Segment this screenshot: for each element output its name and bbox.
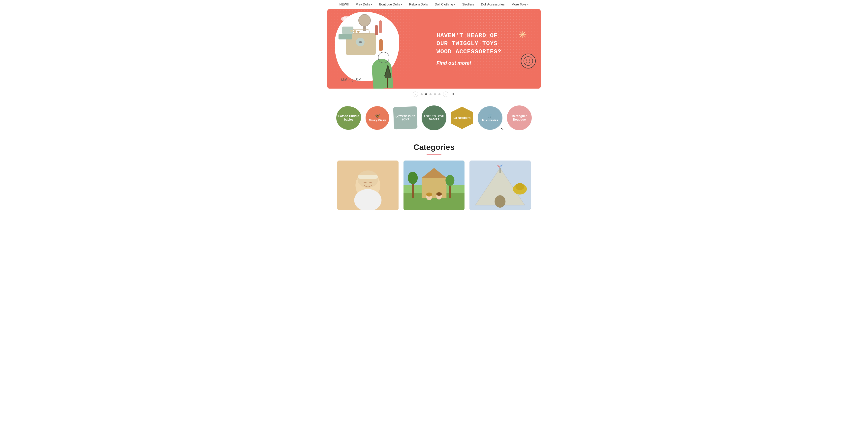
brand-lots-love[interactable]: LOTS TO LOVE BABIES: [422, 105, 446, 130]
categories-title: Categories: [0, 143, 868, 152]
svg-point-25: [436, 192, 442, 196]
category-image-outdoor[interactable]: [403, 160, 465, 210]
hero-banner: JC Make-up Set ✳ HAVEN'T HEARD: [328, 9, 540, 97]
carousel-pause[interactable]: ⏸: [451, 92, 455, 96]
banner-right-content: ✳ HAVEN'T HEARD OFOUR TWIGGLY TOYSWOOD A…: [434, 24, 540, 73]
tree-icon: [383, 63, 393, 88]
carousel-dot-4[interactable]: [434, 93, 436, 95]
svg-point-5: [529, 60, 530, 61]
nav-new[interactable]: NEW!!: [340, 2, 349, 6]
svg-point-24: [426, 192, 432, 196]
brand-lots-cuddle[interactable]: Lots to Cuddle babies: [336, 106, 361, 130]
svg-point-19: [408, 172, 417, 184]
svg-rect-16: [422, 178, 446, 198]
carousel-next[interactable]: ›: [443, 92, 448, 97]
svg-point-4: [526, 60, 527, 61]
category-image-playhouse[interactable]: [469, 160, 531, 210]
smiley-decoration: [521, 54, 536, 68]
svg-rect-11: [358, 175, 378, 179]
nav-doll-accessories[interactable]: Doll Accessories: [481, 2, 504, 6]
chevron-down-icon: ▾: [454, 3, 455, 6]
carousel-controls: ‹ › ⏸: [328, 92, 540, 97]
categories-underline: [427, 154, 441, 155]
makeup-label: Make-up Set: [341, 78, 361, 82]
nav-boutique-dolls[interactable]: Boutique Dolls ▾: [379, 2, 402, 6]
svg-point-3: [524, 57, 533, 65]
svg-point-7: [529, 59, 530, 60]
svg-point-21: [445, 175, 454, 186]
carousel-dot-3[interactable]: [430, 93, 432, 95]
nav-more-toys[interactable]: More Toys ▾: [512, 2, 529, 6]
nav-strollers[interactable]: Strollers: [462, 2, 474, 6]
svg-point-29: [495, 195, 506, 208]
chevron-down-icon: ▾: [401, 3, 402, 6]
svg-point-31: [516, 183, 525, 190]
brand-la-newborn[interactable]: La Newborn: [451, 107, 473, 129]
chevron-down-icon: ▾: [527, 3, 528, 6]
svg-rect-32: [500, 168, 501, 173]
nav-doll-clothing[interactable]: Doll Clothing ▾: [435, 2, 455, 6]
carousel-dot-2[interactable]: [425, 93, 427, 95]
category-images-row: [328, 160, 540, 210]
chevron-down-icon: ▾: [371, 3, 372, 6]
brand-berenguer[interactable]: Berenguer Boutique: [507, 105, 532, 130]
banner-left-content: JC Make-up Set: [328, 9, 434, 89]
brand-missy-kissy[interactable]: 🦋 Missy Kissy: [366, 106, 389, 130]
svg-point-10: [358, 171, 378, 188]
carousel-dot-5[interactable]: [438, 93, 440, 95]
banner-cta[interactable]: Find out more!: [436, 60, 471, 66]
nav-reborn-dolls[interactable]: Reborn Dolls: [409, 2, 428, 6]
sun-decoration: ✳: [519, 29, 527, 40]
main-nav: NEW!! Play Dolls ▾ Boutique Dolls ▾ Rebo…: [0, 0, 868, 9]
brand-lots-play[interactable]: LOTS TO PLAY TOYS: [393, 106, 417, 129]
svg-point-6: [527, 59, 527, 60]
carousel-prev[interactable]: ‹: [413, 92, 418, 97]
nav-play-dolls[interactable]: Play Dolls ▾: [355, 2, 372, 6]
brand-lil-cutesies[interactable]: 🛒 lil' cutesies: [478, 106, 502, 130]
category-image-baby[interactable]: [337, 160, 399, 210]
categories-section: Categories: [0, 138, 868, 213]
carousel-dot-1[interactable]: [421, 93, 423, 95]
brands-row: Lots to Cuddle babies 🦋 Missy Kissy LOTS…: [0, 103, 868, 138]
